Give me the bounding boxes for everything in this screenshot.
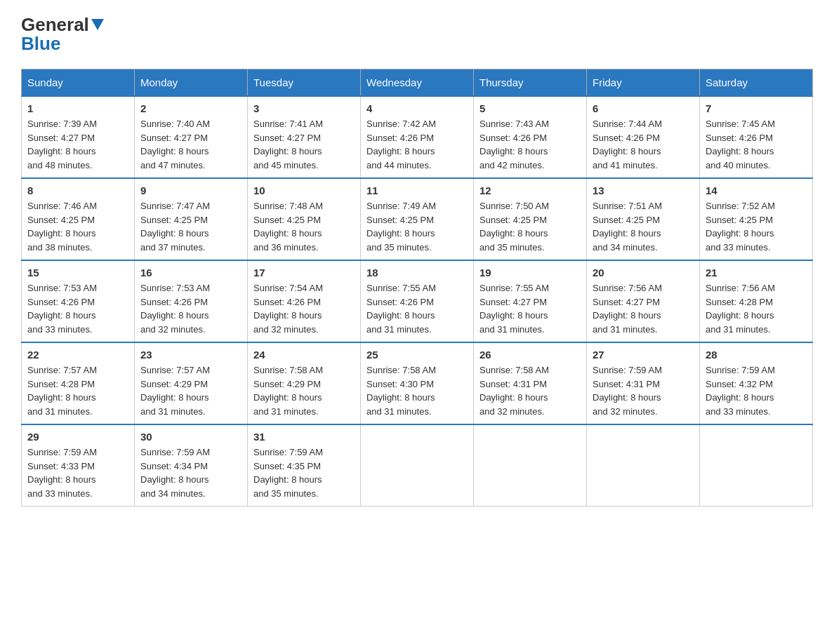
- day-info: Sunrise: 7:48 AM Sunset: 4:25 PM Dayligh…: [253, 199, 355, 254]
- week-row-1: 1 Sunrise: 7:39 AM Sunset: 4:27 PM Dayli…: [22, 96, 813, 178]
- calendar-cell: 14 Sunrise: 7:52 AM Sunset: 4:25 PM Dayl…: [700, 178, 813, 260]
- page-header: General Blue: [21, 14, 813, 55]
- day-header-saturday: Saturday: [700, 69, 813, 97]
- day-number: 19: [479, 267, 581, 279]
- calendar-cell: 20 Sunrise: 7:56 AM Sunset: 4:27 PM Dayl…: [587, 260, 700, 342]
- day-number: 2: [140, 102, 241, 114]
- day-number: 18: [366, 267, 468, 279]
- calendar-cell: 11 Sunrise: 7:49 AM Sunset: 4:25 PM Dayl…: [361, 178, 474, 260]
- day-number: 31: [253, 431, 355, 443]
- day-number: 10: [253, 185, 355, 196]
- day-number: 8: [27, 185, 128, 196]
- calendar-cell: [700, 424, 813, 507]
- calendar-cell: 26 Sunrise: 7:58 AM Sunset: 4:31 PM Dayl…: [474, 342, 587, 424]
- calendar-cell: [587, 424, 700, 507]
- calendar-cell: 13 Sunrise: 7:51 AM Sunset: 4:25 PM Dayl…: [587, 178, 700, 260]
- day-info: Sunrise: 7:47 AM Sunset: 4:25 PM Dayligh…: [140, 199, 241, 254]
- week-row-4: 22 Sunrise: 7:57 AM Sunset: 4:28 PM Dayl…: [22, 342, 813, 424]
- day-number: 30: [140, 431, 241, 443]
- day-info: Sunrise: 7:41 AM Sunset: 4:27 PM Dayligh…: [253, 117, 355, 172]
- day-number: 20: [593, 267, 694, 279]
- calendar-cell: 2 Sunrise: 7:40 AM Sunset: 4:27 PM Dayli…: [135, 96, 248, 178]
- day-header-wednesday: Wednesday: [361, 69, 474, 97]
- day-number: 5: [479, 102, 581, 114]
- day-number: 7: [706, 102, 807, 114]
- day-number: 23: [140, 349, 241, 361]
- svg-marker-0: [91, 19, 104, 30]
- calendar-cell: 6 Sunrise: 7:44 AM Sunset: 4:26 PM Dayli…: [587, 96, 700, 178]
- logo-blue: Blue: [21, 33, 60, 55]
- calendar-cell: 10 Sunrise: 7:48 AM Sunset: 4:25 PM Dayl…: [248, 178, 361, 260]
- logo: General Blue: [21, 14, 104, 55]
- day-number: 14: [706, 185, 807, 196]
- day-number: 28: [706, 349, 807, 361]
- calendar-cell: 21 Sunrise: 7:56 AM Sunset: 4:28 PM Dayl…: [700, 260, 813, 342]
- day-headers-row: SundayMondayTuesdayWednesdayThursdayFrid…: [22, 69, 813, 97]
- day-number: 9: [140, 185, 241, 196]
- calendar-cell: 23 Sunrise: 7:57 AM Sunset: 4:29 PM Dayl…: [135, 342, 248, 424]
- calendar-cell: 9 Sunrise: 7:47 AM Sunset: 4:25 PM Dayli…: [135, 178, 248, 260]
- calendar-cell: 7 Sunrise: 7:45 AM Sunset: 4:26 PM Dayli…: [700, 96, 813, 178]
- day-info: Sunrise: 7:50 AM Sunset: 4:25 PM Dayligh…: [479, 199, 581, 254]
- calendar-cell: 8 Sunrise: 7:46 AM Sunset: 4:25 PM Dayli…: [22, 178, 135, 260]
- calendar-cell: 29 Sunrise: 7:59 AM Sunset: 4:33 PM Dayl…: [22, 424, 135, 507]
- day-number: 1: [27, 102, 128, 114]
- day-info: Sunrise: 7:53 AM Sunset: 4:26 PM Dayligh…: [27, 281, 128, 336]
- day-number: 25: [366, 349, 468, 361]
- day-info: Sunrise: 7:57 AM Sunset: 4:29 PM Dayligh…: [140, 363, 241, 418]
- day-info: Sunrise: 7:44 AM Sunset: 4:26 PM Dayligh…: [593, 117, 694, 172]
- day-info: Sunrise: 7:55 AM Sunset: 4:26 PM Dayligh…: [366, 281, 468, 336]
- week-row-3: 15 Sunrise: 7:53 AM Sunset: 4:26 PM Dayl…: [22, 260, 813, 342]
- logo-arrow-icon: [91, 19, 104, 33]
- day-info: Sunrise: 7:53 AM Sunset: 4:26 PM Dayligh…: [140, 281, 241, 336]
- calendar-header: SundayMondayTuesdayWednesdayThursdayFrid…: [22, 69, 813, 97]
- calendar-cell: 24 Sunrise: 7:58 AM Sunset: 4:29 PM Dayl…: [248, 342, 361, 424]
- calendar-cell: 28 Sunrise: 7:59 AM Sunset: 4:32 PM Dayl…: [700, 342, 813, 424]
- day-info: Sunrise: 7:45 AM Sunset: 4:26 PM Dayligh…: [706, 117, 807, 172]
- day-info: Sunrise: 7:59 AM Sunset: 4:32 PM Dayligh…: [706, 363, 807, 418]
- calendar-cell: 12 Sunrise: 7:50 AM Sunset: 4:25 PM Dayl…: [474, 178, 587, 260]
- calendar-cell: [361, 424, 474, 507]
- day-number: 24: [253, 349, 355, 361]
- day-info: Sunrise: 7:54 AM Sunset: 4:26 PM Dayligh…: [253, 281, 355, 336]
- calendar-table: SundayMondayTuesdayWednesdayThursdayFrid…: [21, 69, 813, 507]
- day-info: Sunrise: 7:56 AM Sunset: 4:27 PM Dayligh…: [593, 281, 694, 336]
- calendar-cell: 19 Sunrise: 7:55 AM Sunset: 4:27 PM Dayl…: [474, 260, 587, 342]
- calendar-cell: [474, 424, 587, 507]
- day-number: 22: [27, 349, 128, 361]
- day-info: Sunrise: 7:59 AM Sunset: 4:35 PM Dayligh…: [253, 445, 355, 500]
- day-info: Sunrise: 7:42 AM Sunset: 4:26 PM Dayligh…: [366, 117, 468, 172]
- day-info: Sunrise: 7:59 AM Sunset: 4:31 PM Dayligh…: [593, 363, 694, 418]
- day-info: Sunrise: 7:59 AM Sunset: 4:33 PM Dayligh…: [27, 445, 128, 500]
- day-number: 3: [253, 102, 355, 114]
- day-info: Sunrise: 7:56 AM Sunset: 4:28 PM Dayligh…: [706, 281, 807, 336]
- week-row-5: 29 Sunrise: 7:59 AM Sunset: 4:33 PM Dayl…: [22, 424, 813, 507]
- calendar-cell: 4 Sunrise: 7:42 AM Sunset: 4:26 PM Dayli…: [361, 96, 474, 178]
- calendar-cell: 1 Sunrise: 7:39 AM Sunset: 4:27 PM Dayli…: [22, 96, 135, 178]
- day-info: Sunrise: 7:58 AM Sunset: 4:29 PM Dayligh…: [253, 363, 355, 418]
- day-info: Sunrise: 7:39 AM Sunset: 4:27 PM Dayligh…: [27, 117, 128, 172]
- calendar-cell: 27 Sunrise: 7:59 AM Sunset: 4:31 PM Dayl…: [587, 342, 700, 424]
- day-info: Sunrise: 7:46 AM Sunset: 4:25 PM Dayligh…: [27, 199, 128, 254]
- calendar-cell: 22 Sunrise: 7:57 AM Sunset: 4:28 PM Dayl…: [22, 342, 135, 424]
- day-number: 27: [593, 349, 694, 361]
- day-header-friday: Friday: [587, 69, 700, 97]
- day-info: Sunrise: 7:52 AM Sunset: 4:25 PM Dayligh…: [706, 199, 807, 254]
- day-number: 17: [253, 267, 355, 279]
- day-number: 12: [479, 185, 581, 196]
- calendar-cell: 25 Sunrise: 7:58 AM Sunset: 4:30 PM Dayl…: [361, 342, 474, 424]
- week-row-2: 8 Sunrise: 7:46 AM Sunset: 4:25 PM Dayli…: [22, 178, 813, 260]
- day-number: 26: [479, 349, 581, 361]
- day-number: 29: [27, 431, 128, 443]
- day-number: 4: [366, 102, 468, 114]
- day-info: Sunrise: 7:55 AM Sunset: 4:27 PM Dayligh…: [479, 281, 581, 336]
- calendar-cell: 15 Sunrise: 7:53 AM Sunset: 4:26 PM Dayl…: [22, 260, 135, 342]
- calendar-cell: 16 Sunrise: 7:53 AM Sunset: 4:26 PM Dayl…: [135, 260, 248, 342]
- day-info: Sunrise: 7:51 AM Sunset: 4:25 PM Dayligh…: [593, 199, 694, 254]
- day-header-monday: Monday: [135, 69, 248, 97]
- calendar-cell: 31 Sunrise: 7:59 AM Sunset: 4:35 PM Dayl…: [248, 424, 361, 507]
- day-info: Sunrise: 7:57 AM Sunset: 4:28 PM Dayligh…: [27, 363, 128, 418]
- day-info: Sunrise: 7:59 AM Sunset: 4:34 PM Dayligh…: [140, 445, 241, 500]
- calendar-body: 1 Sunrise: 7:39 AM Sunset: 4:27 PM Dayli…: [22, 96, 813, 507]
- day-info: Sunrise: 7:43 AM Sunset: 4:26 PM Dayligh…: [479, 117, 581, 172]
